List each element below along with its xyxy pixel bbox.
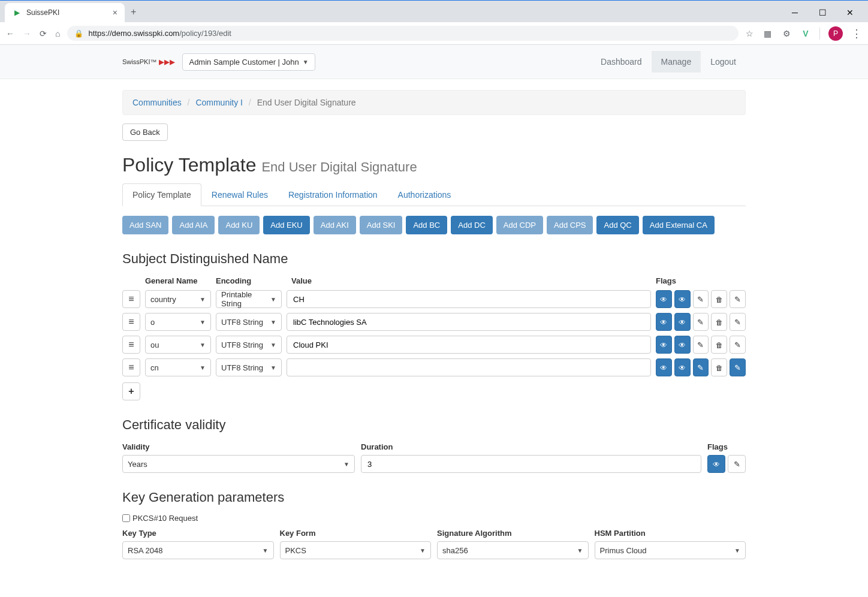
validity-row: Years▼	[122, 455, 746, 473]
flag-edit-square-button[interactable]	[730, 313, 746, 331]
sdn-value-input[interactable]	[287, 290, 651, 308]
flag-delete-button[interactable]	[711, 336, 727, 354]
validity-flag-view-button[interactable]	[707, 455, 725, 473]
flag-view-button-2[interactable]	[674, 358, 691, 376]
tab-authorizations[interactable]: Authorizations	[388, 183, 462, 206]
breadcrumb-communities[interactable]: Communities	[132, 98, 182, 107]
bookmark-icon[interactable]: ☆	[746, 29, 754, 38]
flag-view-button-1[interactable]	[656, 336, 672, 354]
add-dc-button[interactable]: Add DC	[451, 216, 493, 234]
flag-edit-button[interactable]	[693, 313, 709, 331]
validity-unit-select[interactable]: Years▼	[122, 455, 355, 473]
flag-view-button-1[interactable]	[656, 313, 672, 331]
add-aia-button[interactable]: Add AIA	[172, 216, 215, 234]
flag-edit-square-button[interactable]	[730, 336, 746, 354]
maximize-button[interactable]: ☐	[814, 8, 831, 17]
sdn-row: cn▼UTF8 String▼	[122, 358, 746, 376]
add-extension-buttons: Add SAN Add AIA Add KU Add EKU Add AKI A…	[122, 216, 746, 234]
sdn-value-input[interactable]	[287, 358, 651, 376]
flag-edit-button[interactable]	[693, 358, 709, 376]
go-back-button[interactable]: Go Back	[122, 123, 168, 141]
trash-icon	[716, 363, 723, 372]
breadcrumb-community[interactable]: Community I	[195, 98, 243, 107]
customer-selector[interactable]: Admin Sample Customer | John ▼	[182, 53, 315, 71]
profile-avatar[interactable]: P	[828, 26, 843, 41]
flag-edit-button[interactable]	[693, 290, 709, 308]
add-qc-button[interactable]: Add QC	[596, 216, 638, 234]
sig-alg-select[interactable]: sha256▼	[437, 541, 589, 559]
add-ku-button[interactable]: Add KU	[218, 216, 260, 234]
sdn-value-input[interactable]	[287, 313, 651, 331]
add-san-button[interactable]: Add SAN	[122, 216, 168, 234]
encoding-select[interactable]: Printable String▼	[216, 290, 282, 308]
general-name-select[interactable]: cn▼	[145, 358, 211, 376]
add-ski-button[interactable]: Add SKI	[360, 216, 403, 234]
flag-view-button-2[interactable]	[674, 290, 691, 308]
flag-view-button-1[interactable]	[656, 290, 672, 308]
validity-header-unit: Validity	[122, 442, 355, 451]
encoding-select[interactable]: UTF8 String▼	[216, 313, 282, 331]
drag-handle[interactable]	[122, 313, 140, 331]
encoding-select[interactable]: UTF8 String▼	[216, 336, 282, 354]
flag-view-button-2[interactable]	[674, 336, 691, 354]
pencil-icon	[734, 459, 740, 469]
general-name-select[interactable]: o▼	[145, 313, 211, 331]
minimize-button[interactable]: ─	[786, 8, 803, 17]
tab-policy-template[interactable]: Policy Template	[122, 183, 201, 206]
add-eku-button[interactable]: Add EKU	[263, 216, 309, 234]
back-button[interactable]: ←	[6, 29, 14, 38]
add-aki-button[interactable]: Add AKI	[314, 216, 356, 234]
key-type-select[interactable]: RSA 2048▼	[122, 541, 274, 559]
tab-renewal-rules[interactable]: Renewal Rules	[201, 183, 278, 206]
home-button[interactable]: ⌂	[55, 29, 60, 38]
drag-handle[interactable]	[122, 358, 140, 376]
key-form-select[interactable]: PKCS▼	[280, 541, 432, 559]
menu-icon[interactable]: ⋮	[851, 27, 862, 40]
close-window-button[interactable]: ✕	[842, 8, 858, 17]
pkcs10-checkbox[interactable]	[122, 514, 130, 522]
extension-icon-1[interactable]: ▦	[762, 28, 773, 39]
add-cps-button[interactable]: Add CPS	[547, 216, 593, 234]
add-cdp-button[interactable]: Add CDP	[496, 216, 543, 234]
general-name-select[interactable]: country▼	[145, 290, 211, 308]
chevron-down-icon: ▼	[270, 342, 276, 348]
browser-tab[interactable]: ▶ SuissePKI ×	[5, 3, 125, 22]
add-sdn-row-button[interactable]	[122, 382, 140, 400]
validity-duration-input[interactable]	[361, 455, 701, 473]
close-tab-icon[interactable]: ×	[113, 8, 117, 17]
encoding-select[interactable]: UTF8 String▼	[216, 358, 282, 376]
general-name-select[interactable]: ou▼	[145, 336, 211, 354]
nav-logout[interactable]: Logout	[701, 51, 746, 73]
sdn-value-input[interactable]	[287, 336, 651, 354]
flag-delete-button[interactable]	[711, 358, 727, 376]
address-bar[interactable]: 🔒 https://demo.swisspki.com/policy/193/e…	[67, 26, 739, 41]
vue-devtools-icon[interactable]: V	[800, 28, 811, 39]
extension-icon-2[interactable]: ⚙	[781, 28, 792, 39]
add-external-ca-button[interactable]: Add External CA	[643, 216, 715, 234]
flag-edit-button[interactable]	[693, 336, 709, 354]
trash-icon	[716, 317, 723, 327]
add-bc-button[interactable]: Add BC	[406, 216, 447, 234]
eye-icon	[679, 340, 686, 349]
nav-manage[interactable]: Manage	[652, 51, 701, 73]
flag-edit-square-button[interactable]	[730, 290, 746, 308]
forward-button[interactable]: →	[23, 29, 31, 38]
hsm-partition-select[interactable]: Primus Cloud▼	[595, 541, 746, 559]
nav-dashboard[interactable]: Dashboard	[591, 51, 652, 73]
chevron-down-icon: ▼	[303, 59, 309, 65]
app-viewport[interactable]: SwissPKI™ ▸▸▸ Admin Sample Customer | Jo…	[0, 45, 868, 597]
new-tab-button[interactable]: +	[125, 2, 142, 22]
flag-view-button-1[interactable]	[656, 358, 672, 376]
keygen-heading: Key Generation parameters	[122, 490, 746, 505]
flag-view-button-2[interactable]	[674, 313, 691, 331]
flag-delete-button[interactable]	[711, 313, 727, 331]
chevron-down-icon: ▼	[577, 547, 583, 554]
tab-registration-information[interactable]: Registration Information	[278, 183, 388, 206]
flag-edit-square-button[interactable]	[730, 358, 746, 376]
flag-delete-button[interactable]	[711, 290, 727, 308]
validity-flag-edit-button[interactable]	[728, 455, 746, 473]
drag-handle[interactable]	[122, 290, 140, 308]
drag-handle[interactable]	[122, 336, 140, 354]
brand-logo[interactable]: SwissPKI™ ▸▸▸	[122, 55, 175, 68]
reload-button[interactable]: ⟳	[40, 29, 47, 38]
